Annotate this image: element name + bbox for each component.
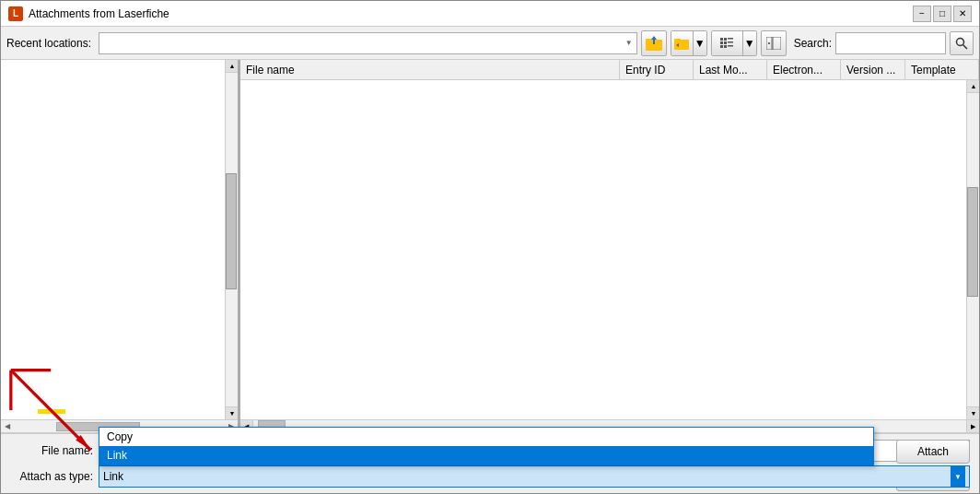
svg-rect-10: [724, 41, 727, 44]
svg-rect-4: [674, 39, 681, 41]
attach-as-value: Link: [103, 470, 951, 483]
left-panel-vscroll[interactable]: ▲ ▼: [225, 60, 238, 419]
minimize-button[interactable]: −: [913, 6, 931, 22]
svg-rect-6: [720, 38, 723, 41]
recent-locations-label: Recent locations:: [6, 37, 91, 50]
right-vscroll-thumb[interactable]: [967, 187, 978, 297]
folder-nav-icon: [674, 37, 689, 50]
views-button-group: ▼: [711, 30, 757, 56]
svg-rect-12: [720, 45, 723, 48]
recent-locations-combo[interactable]: [99, 32, 637, 54]
title-bar-left: L Attachments from Laserfiche: [8, 6, 169, 21]
right-vscroll-down-button[interactable]: ▼: [967, 406, 979, 419]
nav-button-group: ▼: [671, 30, 707, 56]
main-content: ▲ ▼ ◀ ▶ File name: [1, 60, 979, 433]
col-header-lastmod[interactable]: Last Mo...: [694, 60, 767, 79]
toolbar: Recent locations: ▼: [1, 27, 979, 60]
title-bar: L Attachments from Laserfiche − □ ✕: [1, 1, 979, 27]
title-bar-controls: − □ ✕: [913, 6, 972, 22]
right-panel-vscroll[interactable]: ▲ ▼: [966, 80, 979, 419]
vscroll-track: [226, 73, 238, 406]
browse-up-button[interactable]: [641, 30, 667, 56]
svg-rect-7: [724, 38, 727, 41]
svg-line-19: [963, 44, 968, 49]
search-button[interactable]: [950, 31, 974, 55]
nav-back-button[interactable]: [671, 31, 694, 55]
attach-as-row: Attach as type: Link ▼ Copy Link: [10, 465, 970, 488]
maximize-button[interactable]: □: [933, 6, 951, 22]
filename-label: File name:: [10, 444, 93, 457]
panel-toggle-icon: [766, 37, 781, 50]
dropdown-option-copy[interactable]: Copy: [99, 428, 873, 446]
vscroll-thumb[interactable]: [226, 173, 237, 290]
file-list-panel: File name Entry ID Last Mo... Electron..…: [240, 60, 979, 432]
col-header-electron[interactable]: Electron...: [767, 60, 841, 79]
svg-rect-14: [728, 45, 733, 47]
attach-as-label: Attach as type:: [10, 470, 93, 483]
main-window: L Attachments from Laserfiche − □ ✕ Rece…: [0, 0, 980, 494]
footer: Attach Close Help File name: ▼ Attach as…: [1, 433, 979, 493]
close-window-button[interactable]: ✕: [953, 6, 972, 22]
nav-dropdown-button[interactable]: ▼: [694, 31, 706, 55]
svg-rect-8: [728, 38, 733, 40]
svg-rect-16: [773, 37, 781, 50]
search-label: Search:: [794, 37, 832, 50]
search-icon: [955, 37, 968, 50]
folder-tree-content[interactable]: [1, 60, 225, 419]
right-vscroll-track: [967, 93, 979, 406]
svg-point-18: [957, 38, 964, 45]
vscroll-down-button[interactable]: ▼: [226, 406, 238, 419]
preview-toggle-button[interactable]: [761, 30, 787, 56]
search-input[interactable]: [835, 32, 946, 54]
attach-as-combo[interactable]: Link ▼: [99, 465, 970, 488]
recent-locations-select[interactable]: [103, 33, 633, 53]
svg-rect-9: [720, 41, 723, 44]
vscroll-up-button[interactable]: ▲: [226, 60, 238, 73]
folder-up-icon: [646, 36, 662, 51]
window-title: Attachments from Laserfiche: [29, 7, 169, 20]
views-grid-icon: [720, 38, 733, 49]
hscroll-left-button[interactable]: ◀: [1, 420, 14, 433]
right-vscroll-up-button[interactable]: ▲: [967, 80, 979, 93]
dropdown-option-link[interactable]: Link: [99, 446, 873, 465]
col-header-entryid[interactable]: Entry ID: [620, 60, 694, 79]
attach-as-dropdown: Copy Link: [99, 427, 874, 465]
views-dropdown-button[interactable]: ▼: [743, 31, 756, 55]
col-header-filename[interactable]: File name: [240, 60, 620, 79]
left-panel-scroll-container: ▲ ▼: [1, 60, 238, 419]
views-button[interactable]: [712, 31, 743, 55]
column-headers: File name Entry ID Last Mo... Electron..…: [240, 60, 979, 80]
app-icon: L: [8, 6, 23, 21]
file-list-inner: ▲ ▼: [240, 80, 979, 419]
attach-as-dropdown-button[interactable]: ▼: [951, 466, 965, 487]
attach-button[interactable]: Attach: [896, 440, 970, 464]
folder-tree-panel: ▲ ▼ ◀ ▶: [1, 60, 240, 432]
right-hscroll-right-button[interactable]: ▶: [966, 420, 979, 433]
col-header-template[interactable]: Template: [905, 60, 979, 79]
left-panel-marker: [38, 409, 65, 414]
svg-rect-13: [724, 45, 727, 48]
col-header-version[interactable]: Version ...: [841, 60, 905, 79]
file-list-content[interactable]: [240, 80, 966, 419]
svg-rect-11: [728, 41, 733, 43]
